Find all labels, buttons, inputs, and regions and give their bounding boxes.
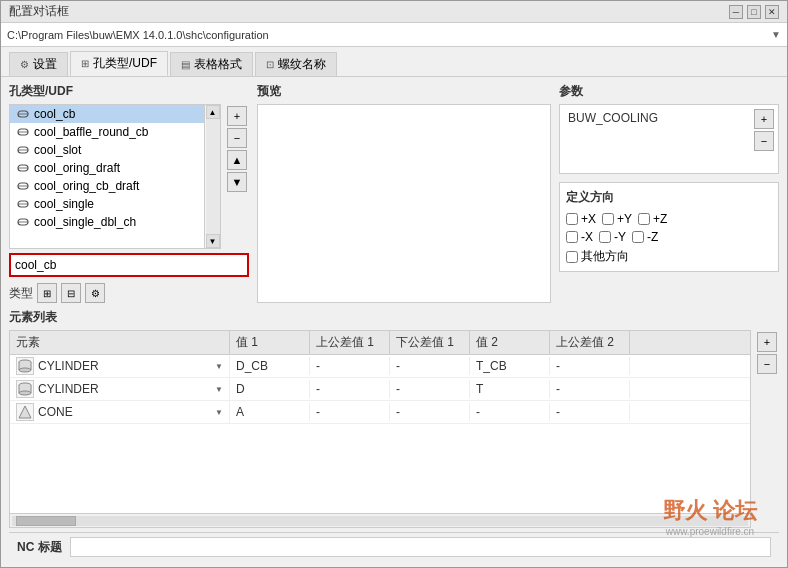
table-row[interactable]: CYLINDER ▼ D - - T - xyxy=(10,378,750,401)
element-dropdown-arrow[interactable]: ▼ xyxy=(215,408,223,417)
type-btn-2[interactable]: ⊟ xyxy=(61,283,81,303)
td-lower1: - xyxy=(390,380,470,398)
element-name: CYLINDER xyxy=(38,359,213,373)
td-val1: D xyxy=(230,380,310,398)
tab-hole-type[interactable]: ⊞ 孔类型/UDF xyxy=(70,51,168,76)
list-item[interactable]: cool_single xyxy=(10,195,204,213)
remove-param-button[interactable]: − xyxy=(754,131,774,151)
remove-row-button[interactable]: − xyxy=(757,354,777,374)
direction-checkbox[interactable] xyxy=(566,213,578,225)
close-button[interactable]: ✕ xyxy=(765,5,779,19)
direction-checkbox-item[interactable]: -Y xyxy=(599,230,626,244)
minimize-button[interactable]: ─ xyxy=(729,5,743,19)
element-name: CYLINDER xyxy=(38,382,213,396)
td-val2: T_CB xyxy=(470,357,550,375)
td-val1: A xyxy=(230,403,310,421)
td-upper2: - xyxy=(550,403,630,421)
maximize-button[interactable]: □ xyxy=(747,5,761,19)
element-dropdown-arrow[interactable]: ▼ xyxy=(215,385,223,394)
direction-checkbox-item[interactable]: 其他方向 xyxy=(566,248,629,265)
tab-screw-name[interactable]: ⊡ 螺纹名称 xyxy=(255,52,337,76)
add-item-button[interactable]: + xyxy=(227,106,247,126)
direction-checkbox-item[interactable]: +Y xyxy=(602,212,632,226)
list-item-icon xyxy=(16,179,30,193)
direction-checkbox[interactable] xyxy=(566,231,578,243)
element-table-title: 元素列表 xyxy=(9,309,779,326)
list-item[interactable]: cool_oring_cb_draft xyxy=(10,177,204,195)
type-btn-1[interactable]: ⊞ xyxy=(37,283,57,303)
td-upper1: - xyxy=(310,380,390,398)
element-dropdown-arrow[interactable]: ▼ xyxy=(215,362,223,371)
direction-checkbox[interactable] xyxy=(599,231,611,243)
list-item-icon xyxy=(16,215,30,229)
add-row-button[interactable]: + xyxy=(757,332,777,352)
direction-checkbox[interactable] xyxy=(632,231,644,243)
remove-item-button[interactable]: − xyxy=(227,128,247,148)
table-row[interactable]: CONE ▼ A - - - - xyxy=(10,401,750,424)
col-header-upper1: 上公差值 1 xyxy=(310,331,390,354)
param-item: BUW_COOLING xyxy=(564,109,750,127)
table-row[interactable]: CYLINDER ▼ D_CB - - T_CB - xyxy=(10,355,750,378)
direction-checkbox-item[interactable]: -Z xyxy=(632,230,658,244)
col-header-val1: 值 1 xyxy=(230,331,310,354)
col-header-upper2: 上公差值 2 xyxy=(550,331,630,354)
nc-input[interactable] xyxy=(70,537,771,557)
direction-label-text: -Z xyxy=(647,230,658,244)
direction-label-text: 其他方向 xyxy=(581,248,629,265)
type-btn-3[interactable]: ⚙ xyxy=(85,283,105,303)
list-item-icon xyxy=(16,125,30,139)
direction-label-text: +Z xyxy=(653,212,667,226)
list-item[interactable]: cool_single_dbl_ch xyxy=(10,213,204,231)
left-panel-label: 孔类型/UDF xyxy=(9,83,249,100)
type-label: 类型 xyxy=(9,285,33,302)
list-item-icon xyxy=(16,161,30,175)
direction-checkbox-item[interactable]: +X xyxy=(566,212,596,226)
direction-checkbox[interactable] xyxy=(638,213,650,225)
direction-label-text: +X xyxy=(581,212,596,226)
window-title: 配置对话框 xyxy=(9,3,69,20)
col-header-val2: 值 2 xyxy=(470,331,550,354)
row-icon-cylinder xyxy=(16,357,34,375)
direction-label-text: -X xyxy=(581,230,593,244)
direction-checkbox-item[interactable]: +Z xyxy=(638,212,667,226)
move-down-button[interactable]: ▼ xyxy=(227,172,247,192)
item-name-input[interactable] xyxy=(9,253,249,277)
td-val1: D_CB xyxy=(230,357,310,375)
direction-checkbox-item[interactable]: -X xyxy=(566,230,593,244)
td-element: CONE ▼ xyxy=(10,401,230,423)
direction-label-text: +Y xyxy=(617,212,632,226)
settings-icon: ⚙ xyxy=(20,59,29,70)
direction-checkbox[interactable] xyxy=(602,213,614,225)
direction-checkbox[interactable] xyxy=(566,251,578,263)
direction-label-text: -Y xyxy=(614,230,626,244)
list-item[interactable]: cool_cb xyxy=(10,105,204,123)
list-item[interactable]: cool_oring_draft xyxy=(10,159,204,177)
row-icon-cylinder xyxy=(16,380,34,398)
td-val2: T xyxy=(470,380,550,398)
add-param-button[interactable]: + xyxy=(754,109,774,129)
tab-settings[interactable]: ⚙ 设置 xyxy=(9,52,68,76)
params-label: 参数 xyxy=(559,83,779,100)
scroll-up-btn[interactable]: ▲ xyxy=(206,105,220,119)
hole-type-icon: ⊞ xyxy=(81,58,89,69)
move-up-button[interactable]: ▲ xyxy=(227,150,247,170)
preview-area xyxy=(257,104,551,303)
td-element: CYLINDER ▼ xyxy=(10,378,230,400)
svg-point-16 xyxy=(19,368,31,372)
element-name: CONE xyxy=(38,405,213,419)
td-upper2: - xyxy=(550,357,630,375)
td-element: CYLINDER ▼ xyxy=(10,355,230,377)
path-dropdown-arrow[interactable]: ▼ xyxy=(771,29,781,40)
svg-point-21 xyxy=(19,391,31,395)
list-item-icon xyxy=(16,143,30,157)
tab-table-format[interactable]: ▤ 表格格式 xyxy=(170,52,253,76)
list-item[interactable]: cool_baffle_round_cb xyxy=(10,123,204,141)
td-upper1: - xyxy=(310,403,390,421)
preview-label: 预览 xyxy=(257,83,551,100)
td-upper1: - xyxy=(310,357,390,375)
list-item[interactable]: cool_slot xyxy=(10,141,204,159)
scroll-down-btn[interactable]: ▼ xyxy=(206,234,220,248)
list-item-icon xyxy=(16,197,30,211)
td-upper2: - xyxy=(550,380,630,398)
td-lower1: - xyxy=(390,403,470,421)
